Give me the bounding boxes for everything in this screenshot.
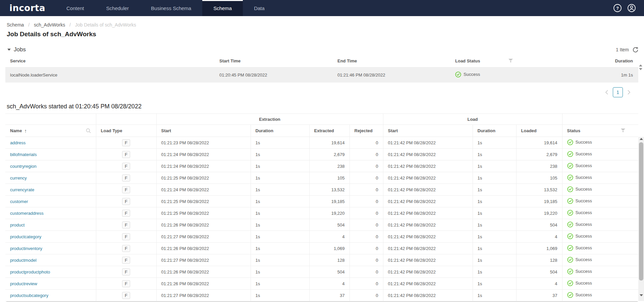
scrollbar-thumb[interactable] [639,142,643,281]
vertical-scrollbar[interactable] [638,137,644,301]
table-name-link[interactable]: customeraddress [10,211,44,216]
scroll-down-icon[interactable] [639,68,642,70]
nav-item[interactable]: Business Schema [140,0,202,16]
load-type-chip: F [122,198,130,205]
cell-ext-duration: 1s [251,184,309,196]
jobs-section-title: Jobs [14,46,26,53]
cell-ext-duration: 1s [251,254,309,266]
jobs-col-start-time: Start Time [215,55,333,67]
nav-right-icons: ? [613,0,644,16]
scroll-up-icon[interactable] [638,138,644,140]
collapse-caret-icon[interactable] [7,49,11,51]
cell-load-duration: 1s [473,231,516,243]
cell-extracted: 4 [309,231,350,243]
run-section-title: sch_AdvWorks started at 01:20:45 PM 08/2… [7,103,644,110]
cell-load-start: 01:21:42 PM 08/28/2022 [383,172,473,184]
cell-name: productproductphoto [5,266,96,278]
table-name-link[interactable]: billofmaterials [10,152,37,157]
cell-load-duration: 1s [473,266,516,278]
sort-ascending-icon[interactable]: ↑ [24,128,27,133]
cell-extracted: 128 [309,254,350,266]
next-page-icon[interactable] [627,90,631,95]
table-name-link[interactable]: productproductphoto [10,269,50,274]
nav-item[interactable]: Scheduler [95,0,140,16]
search-icon[interactable] [86,128,91,134]
load-type-chip: F [122,139,130,146]
refresh-icon[interactable] [632,47,639,53]
table-name-link[interactable]: address [10,140,25,145]
cell-load-start: 01:21:42 PM 08/28/2022 [383,266,473,278]
table-name-link[interactable]: product [10,222,24,228]
load-type-chip: F [122,186,130,193]
cell-extracted: 238 [309,160,350,172]
success-check-icon [567,221,573,228]
scroll-up-icon[interactable] [639,64,642,66]
table-name-link[interactable]: productreview [10,281,37,286]
group-header-empty-loadtype [96,114,156,125]
page-number-button[interactable]: 1 [613,87,623,97]
table-name-link[interactable]: productcategory [10,234,41,239]
success-check-icon [567,139,573,145]
cell-status: Success [562,290,638,301]
group-header-empty-status [562,114,638,125]
breadcrumb-item[interactable]: sch_AdvWorks [34,22,65,28]
breadcrumb-item[interactable]: Schema [7,22,24,28]
nav-item-label: Schema [213,5,232,11]
cell-ext-start: 01:21:27 PM 08/28/2022 [156,254,251,266]
job-duration: 1m 1s [569,67,638,83]
table-row: productmodel F 01:21:27 PM 08/28/2022 1s… [5,254,638,266]
scroll-down-icon[interactable] [638,294,644,296]
status-label: Success [576,187,592,192]
cell-load-duration: 1s [473,149,516,160]
cell-status: Success [562,196,638,207]
table-name-link[interactable]: productsubcategory [10,293,48,298]
cell-load-start: 01:21:42 PM 08/28/2022 [383,219,473,231]
cell-ext-duration: 1s [251,266,309,278]
cell-ext-start: 01:21:25 PM 08/28/2022 [156,172,251,184]
cell-ext-duration: 1s [251,172,309,184]
cell-load-type: F [96,207,156,219]
table-name-link[interactable]: customer [10,199,28,204]
user-avatar-icon[interactable] [627,4,636,12]
cell-load-start: 01:21:42 PM 08/28/2022 [383,160,473,172]
jobs-col-load-status: Load Status [450,55,569,67]
cell-ext-duration: 1s [251,137,309,149]
jobs-col-end-time: End Time [333,55,450,67]
nav-item[interactable]: Data [243,0,276,16]
breadcrumb-item[interactable]: Job Details of sch_AdvWorks [75,22,136,28]
help-icon[interactable]: ? [613,4,622,12]
cell-ext-duration: 1s [251,207,309,219]
cell-extracted: 13,532 [309,184,350,196]
cell-rejected: 0 [350,290,383,301]
cell-loaded: 128 [516,254,562,266]
jobs-scrollbar[interactable] [638,64,643,70]
table-name-link[interactable]: productinventory [10,246,42,251]
cell-extracted: 504 [309,219,350,231]
load-type-chip: F [122,151,130,158]
filter-icon[interactable] [508,59,513,63]
table-name-link[interactable]: countryregion [10,164,37,169]
table-row: address F 01:21:23 PM 08/28/2022 1s 19,6… [5,137,638,149]
cell-load-type: F [96,266,156,278]
nav-item[interactable]: Schema [202,0,243,16]
load-type-chip: F [122,163,130,170]
cell-name: productreview [5,278,96,290]
job-load-status: Success [450,67,569,83]
nav-item-label: Scheduler [106,5,129,11]
cell-name: productsubcategory [5,290,96,301]
nav-item[interactable]: Content [55,0,95,16]
status-label: Success [576,245,592,250]
nav-items: Content Scheduler Business Schema Schema… [55,0,276,16]
cell-load-type: F [96,290,156,301]
prev-page-icon[interactable] [605,90,608,95]
table-name-link[interactable]: currency [10,175,27,181]
table-row: productproductphoto F 01:21:26 PM 08/28/… [5,266,638,278]
table-name-link[interactable]: currencyrate [10,187,34,192]
cell-rejected: 0 [350,243,383,254]
success-check-icon [567,292,573,298]
cell-ext-start: 01:21:26 PM 08/28/2022 [156,219,251,231]
filter-icon[interactable] [621,129,626,133]
success-check-icon [567,174,573,181]
table-name-link[interactable]: productmodel [10,258,37,263]
cell-load-start: 01:21:42 PM 08/28/2022 [383,243,473,254]
